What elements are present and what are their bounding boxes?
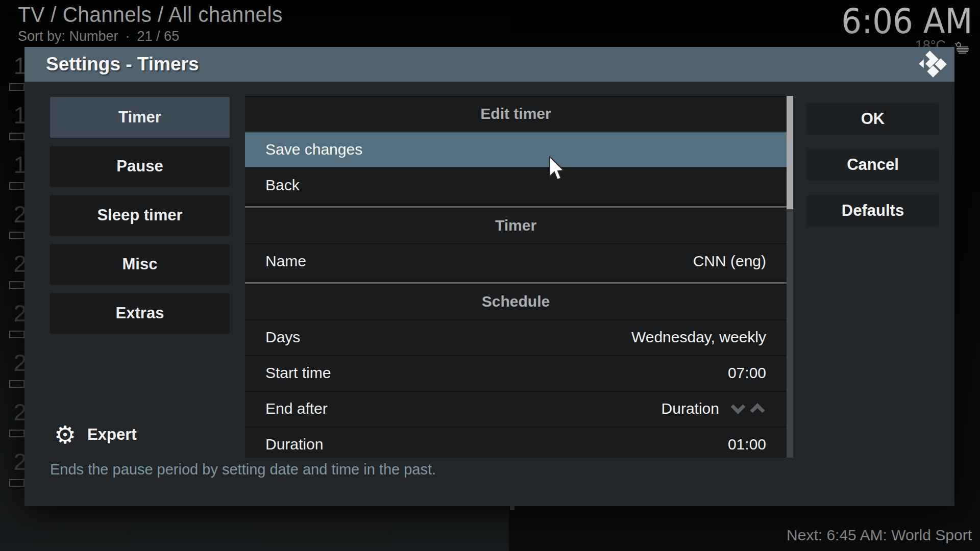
- ok-button[interactable]: OK: [806, 103, 939, 135]
- list-item-days[interactable]: Days Wednesday, weekly: [245, 319, 787, 355]
- progress-bar: [9, 232, 24, 239]
- setting-value: Duration: [662, 400, 719, 417]
- progress-bar: [9, 182, 24, 190]
- progress-bar: [9, 430, 24, 437]
- list-item-back[interactable]: Back: [245, 167, 787, 203]
- list-item-name[interactable]: Name CNN (eng): [245, 243, 787, 279]
- setting-value: CNN (eng): [693, 253, 766, 270]
- list-item-save-changes[interactable]: Save changes: [245, 132, 787, 167]
- sort-by-label: Sort by: Number: [18, 29, 118, 44]
- group-header-schedule: Schedule: [245, 284, 787, 319]
- next-program-label: Next: 6:45 AM: World Sport: [787, 527, 972, 544]
- progress-bar: [9, 479, 24, 487]
- sidebar-item-extras[interactable]: Extras: [50, 293, 230, 334]
- cancel-button[interactable]: Cancel: [806, 149, 939, 181]
- scrollbar-thumb[interactable]: [787, 96, 793, 209]
- weather-icon: [954, 42, 969, 56]
- item-counter: 21 / 65: [137, 29, 180, 44]
- sidebar-item-pause[interactable]: Pause: [50, 146, 230, 187]
- progress-bar: [9, 83, 24, 91]
- progress-bar: [9, 331, 24, 338]
- setting-description: Ends the pause period by setting date an…: [50, 461, 436, 478]
- separator-dot: ·: [126, 29, 130, 44]
- scrollbar-track[interactable]: [787, 96, 793, 458]
- spinner-control: [729, 403, 766, 414]
- setting-value: Wednesday, weekly: [631, 329, 766, 346]
- sidebar-item-sleep-timer[interactable]: Sleep timer: [50, 195, 230, 236]
- sort-status-line: Sort by: Number·21 / 65: [18, 29, 179, 44]
- clock: 6:06 AM: [842, 1, 973, 41]
- section-separator: [245, 203, 787, 208]
- chevron-up-icon[interactable]: [749, 403, 766, 414]
- setting-value: 01:00: [728, 436, 766, 453]
- defaults-button[interactable]: Defaults: [806, 195, 939, 227]
- kodi-logo-icon: [918, 51, 947, 80]
- chevron-down-icon[interactable]: [729, 403, 747, 414]
- list-item-end-after[interactable]: End after Duration: [245, 391, 787, 427]
- progress-bar: [9, 281, 24, 289]
- settings-list: Edit timer Save changes Back Timer Name …: [245, 96, 787, 458]
- screen: TV / Channels / All channels Sort by: Nu…: [0, 0, 980, 551]
- progress-bar: [9, 133, 24, 140]
- mouse-cursor: [548, 156, 568, 184]
- group-header-edit-timer: Edit timer: [245, 96, 787, 132]
- setting-value: 07:00: [728, 364, 766, 382]
- section-separator: [245, 279, 787, 284]
- dialog-header: Settings - Timers: [24, 47, 954, 82]
- group-header-timer: Timer: [245, 208, 787, 243]
- list-item-duration[interactable]: Duration 01:00: [245, 427, 787, 458]
- sidebar-item-misc[interactable]: Misc: [50, 244, 230, 285]
- gear-icon: ⚙: [54, 421, 76, 448]
- progress-bar: [9, 380, 24, 388]
- sidebar-item-timer[interactable]: Timer: [50, 97, 230, 138]
- dialog-title: Settings - Timers: [46, 47, 199, 82]
- settings-timers-dialog: Settings - Timers Timer Pause Sleep time…: [24, 47, 954, 506]
- breadcrumb: TV / Channels / All channels: [18, 2, 283, 27]
- list-item-start-time[interactable]: Start time 07:00: [245, 355, 787, 391]
- settings-level-toggle[interactable]: ⚙ Expert: [54, 419, 137, 450]
- settings-level-label: Expert: [87, 425, 136, 444]
